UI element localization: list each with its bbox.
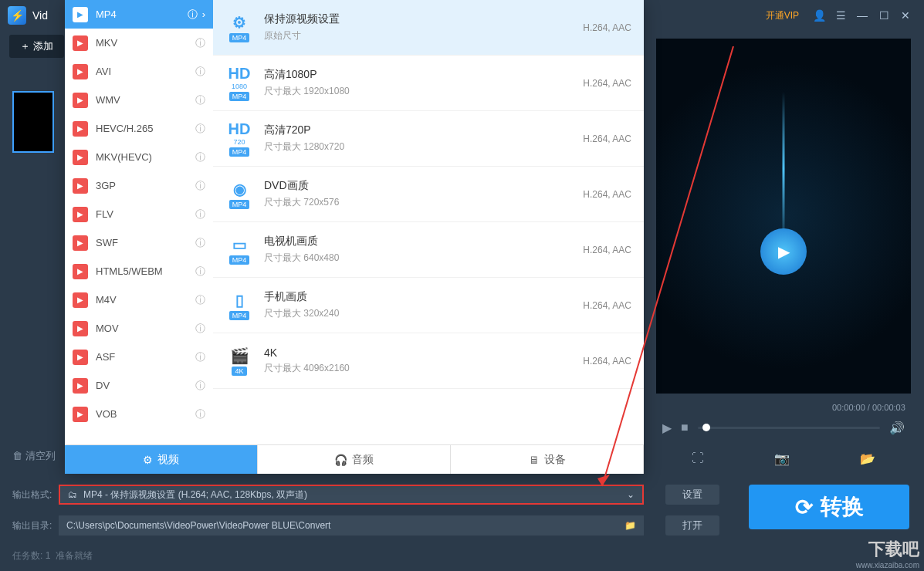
info-icon[interactable]: ⓘ bbox=[195, 379, 205, 393]
output-format-select[interactable]: 🗂 MP4 - 保持源视频设置 (H.264; AAC, 128Kbps, 双声… bbox=[59, 485, 644, 505]
chevron-right-icon: › bbox=[202, 8, 205, 20]
add-button[interactable]: ＋添加 bbox=[9, 35, 64, 58]
output-dir-label: 输出目录: bbox=[12, 519, 59, 532]
crop-icon[interactable]: ⛶ bbox=[692, 451, 704, 465]
format-icon: ▶ bbox=[73, 350, 88, 365]
info-icon[interactable]: ⓘ bbox=[195, 179, 205, 193]
video-thumbnail[interactable] bbox=[12, 91, 54, 153]
user-icon[interactable]: 👤 bbox=[808, 5, 830, 26]
maximize-icon[interactable]: ☐ bbox=[873, 5, 895, 26]
preview-play-icon[interactable]: ▶ bbox=[760, 228, 807, 275]
app-logo-icon: ⚡ bbox=[8, 6, 26, 25]
format-item-wmv[interactable]: ▶WMVⓘ bbox=[65, 86, 213, 114]
clear-list-button[interactable]: 🗑 清空列 bbox=[12, 449, 56, 463]
close-icon[interactable]: ✕ bbox=[895, 5, 916, 26]
info-icon[interactable]: ⓘ bbox=[195, 150, 205, 164]
settings-button[interactable]: 设置 bbox=[665, 485, 719, 505]
preset-icon: HD bbox=[228, 65, 251, 83]
open-button[interactable]: 打开 bbox=[665, 515, 719, 536]
preset-item[interactable]: ⚙MP4保持源视频设置原始尺寸H.264, AAC bbox=[213, 0, 644, 56]
preview-toolbar: ⛶ 📷 📂 bbox=[656, 444, 911, 472]
info-icon[interactable]: ⓘ bbox=[195, 265, 205, 279]
format-item-flv[interactable]: ▶FLVⓘ bbox=[65, 200, 213, 228]
format-icon: ▶ bbox=[73, 7, 88, 22]
preset-item[interactable]: ▭MP4电视机画质尺寸最大 640x480H.264, AAC bbox=[213, 222, 644, 278]
format-icon: ▶ bbox=[73, 178, 88, 194]
format-item-mkv[interactable]: ▶MKVⓘ bbox=[65, 29, 213, 57]
preset-item[interactable]: HD1080MP4高清1080P尺寸最大 1920x1080H.264, AAC bbox=[213, 56, 644, 111]
info-icon[interactable]: ⓘ bbox=[195, 208, 205, 221]
browse-icon[interactable]: 📂 bbox=[860, 451, 875, 466]
info-icon[interactable]: ⓘ bbox=[195, 407, 205, 421]
format-icon: ▶ bbox=[73, 378, 88, 394]
format-item-mov[interactable]: ▶MOVⓘ bbox=[65, 314, 213, 343]
preset-item[interactable]: ▯MP4手机画质尺寸最大 320x240H.264, AAC bbox=[213, 278, 644, 333]
playback-time: 00:00:00 / 00:00:03 bbox=[832, 403, 905, 412]
format-icon: ▶ bbox=[73, 64, 88, 79]
info-icon[interactable]: ⓘ bbox=[195, 293, 205, 307]
preset-icon: ⚙ bbox=[232, 13, 246, 32]
player-controls: ▶ ■ 🔊 bbox=[656, 415, 911, 440]
output-dir-field[interactable]: C:\Users\pc\Documents\VideoPower\VideoPo… bbox=[59, 515, 644, 536]
stop-icon[interactable]: ■ bbox=[681, 421, 689, 434]
info-icon[interactable]: ⓘ bbox=[195, 93, 205, 107]
vip-link[interactable]: 开通VIP bbox=[766, 9, 799, 22]
play-icon[interactable]: ▶ bbox=[662, 421, 672, 435]
seek-slider[interactable] bbox=[698, 427, 880, 429]
preset-item[interactable]: HD720MP4高清720P尺寸最大 1280x720H.264, AAC bbox=[213, 111, 644, 167]
preset-icon: ▭ bbox=[232, 235, 247, 254]
format-item-mp4[interactable]: ▶MP4ⓘ› bbox=[65, 0, 213, 29]
video-preview: ▶ bbox=[656, 39, 911, 394]
preset-icon: ▯ bbox=[235, 291, 244, 309]
menu-icon[interactable]: ☰ bbox=[830, 5, 851, 26]
format-item-vob[interactable]: ▶VOBⓘ bbox=[65, 400, 213, 428]
info-icon[interactable]: ⓘ bbox=[195, 236, 205, 250]
tab-video[interactable]: ⚙ 视频 bbox=[65, 445, 258, 474]
format-icon: ▶ bbox=[73, 292, 88, 308]
info-icon[interactable]: ⓘ bbox=[195, 36, 205, 50]
format-item-3gp[interactable]: ▶3GPⓘ bbox=[65, 171, 213, 200]
info-icon[interactable]: ⓘ bbox=[195, 350, 205, 364]
preset-icon: ◉ bbox=[233, 180, 246, 198]
category-tabs: ⚙ 视频 🎧 音频 🖥 设备 bbox=[65, 444, 644, 474]
format-icon: ▶ bbox=[73, 150, 88, 165]
status-bar: 任务数: 1 准备就绪 bbox=[12, 549, 93, 563]
format-item-html5webm[interactable]: ▶HTML5/WEBMⓘ bbox=[65, 257, 213, 286]
minimize-icon[interactable]: — bbox=[851, 5, 873, 26]
info-icon[interactable]: ⓘ bbox=[195, 122, 205, 136]
format-dropdown: ▶MP4ⓘ›▶MKVⓘ▶AVIⓘ▶WMVⓘ▶HEVC/H.265ⓘ▶MKV(HE… bbox=[65, 0, 644, 474]
preset-icon: HD bbox=[228, 120, 251, 138]
format-item-asf[interactable]: ▶ASFⓘ bbox=[65, 343, 213, 371]
preset-item[interactable]: ◉MP4DVD画质尺寸最大 720x576H.264, AAC bbox=[213, 167, 644, 222]
format-list: ▶MP4ⓘ›▶MKVⓘ▶AVIⓘ▶WMVⓘ▶HEVC/H.265ⓘ▶MKV(HE… bbox=[65, 0, 213, 444]
format-item-mkvhevc[interactable]: ▶MKV(HEVC)ⓘ bbox=[65, 143, 213, 171]
watermark: 下载吧 www.xiazaiba.com bbox=[856, 538, 919, 569]
preset-icon: 🎬 bbox=[230, 346, 249, 365]
refresh-icon: ⟳ bbox=[795, 495, 813, 520]
format-icon: ▶ bbox=[73, 321, 88, 336]
info-icon[interactable]: ⓘ bbox=[195, 65, 205, 79]
chevron-down-icon: ⌄ bbox=[627, 489, 635, 500]
app-title: Vid bbox=[32, 9, 48, 22]
format-icon: ▶ bbox=[73, 207, 88, 222]
format-item-hevch265[interactable]: ▶HEVC/H.265ⓘ bbox=[65, 114, 213, 143]
browse-folder-icon[interactable]: 📁 bbox=[624, 520, 636, 531]
format-icon: ▶ bbox=[73, 264, 88, 279]
format-item-dv[interactable]: ▶DVⓘ bbox=[65, 371, 213, 400]
tab-audio[interactable]: 🎧 音频 bbox=[258, 445, 451, 474]
output-dir-row: 输出目录: C:\Users\pc\Documents\VideoPower\V… bbox=[12, 515, 644, 536]
volume-icon[interactable]: 🔊 bbox=[889, 421, 905, 435]
format-icon: ▶ bbox=[73, 407, 88, 422]
tab-device[interactable]: 🖥 设备 bbox=[451, 445, 644, 474]
preset-item[interactable]: 🎬4K4K尺寸最大 4096x2160H.264, AAC bbox=[213, 333, 644, 389]
format-item-swf[interactable]: ▶SWFⓘ bbox=[65, 228, 213, 257]
convert-button[interactable]: ⟳转换 bbox=[749, 485, 909, 529]
format-item-m4v[interactable]: ▶M4Vⓘ bbox=[65, 286, 213, 314]
format-icon: ▶ bbox=[73, 93, 88, 108]
info-icon[interactable]: ⓘ bbox=[188, 8, 198, 22]
info-icon[interactable]: ⓘ bbox=[195, 322, 205, 336]
snapshot-icon[interactable]: 📷 bbox=[774, 451, 790, 466]
format-icon: ▶ bbox=[73, 121, 88, 137]
format-item-avi[interactable]: ▶AVIⓘ bbox=[65, 57, 213, 86]
format-icon: ▶ bbox=[73, 35, 88, 51]
